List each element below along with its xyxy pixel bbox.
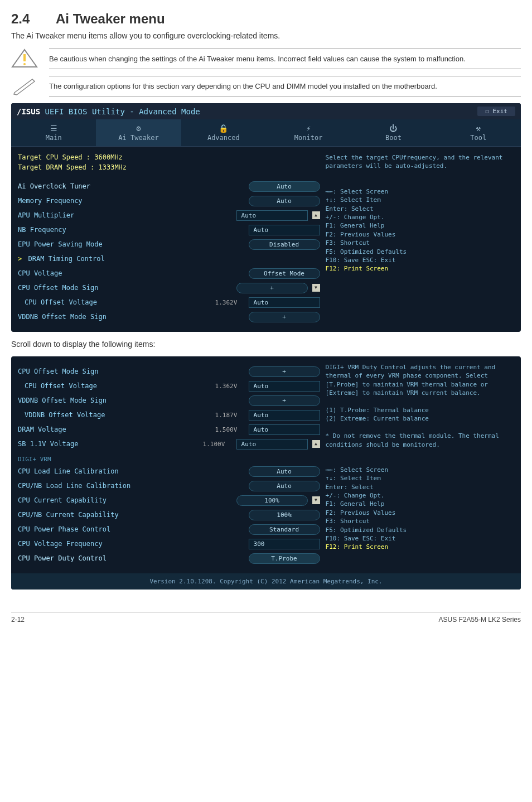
input-value[interactable]: Auto [249, 225, 320, 235]
setting-label: CPU Offset Mode Sign [18, 284, 203, 292]
setting-row: CPU/NB Current Capability100% [18, 509, 320, 521]
setting-row: CPU Offset Voltage1.362VAuto [18, 296, 320, 308]
setting-label: VDDNB Offset Voltage [18, 411, 215, 419]
setting-label: SB 1.1V Voltage [18, 440, 203, 448]
setting-label: CPU Power Duty Control [18, 554, 215, 562]
input-value[interactable]: Auto [236, 210, 308, 221]
setting-label: Ai Overclock Tuner [18, 182, 215, 190]
scroll-down-icon[interactable]: ▼ [312, 496, 320, 504]
bios-panel-1: /ISUS UEFI BIOS Utility - Advanced Mode … [11, 103, 521, 332]
setting-row: CPU Offset Mode Sign+▼ [18, 282, 320, 294]
scroll-down-icon[interactable]: ▼ [312, 284, 320, 292]
svg-point-2 [23, 63, 26, 65]
dropdown-value[interactable]: Auto [249, 196, 320, 206]
setting-label: VDDNB Offset Mode Sign [18, 313, 215, 321]
hotkey-list: →←: Select Screen↑↓: Select ItemEnter: S… [326, 466, 514, 552]
setting-row: Ai Overclock TunerAuto [18, 180, 320, 192]
setting-row: DRAM Voltage1.500VAuto [18, 423, 320, 436]
bios-panel-2: CPU Offset Mode Sign+CPU Offset Voltage1… [11, 356, 521, 590]
setting-label: > DRAM Timing Control [18, 255, 214, 263]
setting-row: CPU Power Duty ControlT.Probe [18, 552, 320, 564]
input-value[interactable]: Auto [249, 297, 320, 308]
input-value[interactable]: Auto [249, 424, 320, 435]
tab-icon: ⚒ [436, 124, 521, 133]
help-text: DIGI+ VRM Duty Control adjusts the curre… [326, 363, 514, 449]
hotkey-list: →←: Select Screen↑↓: Select ItemEnter: S… [326, 187, 514, 273]
dropdown-value[interactable]: + [236, 283, 308, 293]
tab-tool[interactable]: ⚒Tool [436, 119, 521, 146]
setting-label: CPU Offset Voltage [18, 382, 215, 390]
section-heading: 2.4Ai Tweaker menu [11, 11, 521, 27]
dropdown-value[interactable]: T.Probe [249, 553, 320, 564]
setting-label: CPU Power Phase Control [18, 525, 215, 533]
bios-version: Version 2.10.1208. Copyright (C) 2012 Am… [11, 573, 521, 590]
setting-label: CPU/NB Current Capability [18, 511, 215, 519]
setting-row: SB 1.1V Voltage1.100VAuto▲ [18, 438, 320, 450]
tab-advanced[interactable]: 🔒Advanced [181, 119, 266, 146]
setting-label: Memory Frequency [18, 197, 215, 205]
intro-text: The Ai Tweaker menu items allow you to c… [11, 31, 521, 40]
pencil-icon [11, 76, 38, 95]
scroll-up-icon[interactable]: ▲ [312, 211, 320, 219]
setting-row: CPU Offset Voltage1.362VAuto [18, 380, 320, 392]
section-header: DIGI+ VRM [18, 456, 320, 463]
tab-icon: ⚡ [266, 124, 351, 133]
setting-label: CPU/NB Load Line Calibration [18, 482, 215, 490]
setting-row: APU MultiplierAuto▲ [18, 209, 320, 221]
setting-row: CPU Voltage Frequency300 [18, 538, 320, 550]
dropdown-value[interactable]: + [249, 312, 320, 322]
warning-icon [11, 49, 38, 68]
setting-row: VDDNB Offset Mode Sign+ [18, 394, 320, 407]
exit-button[interactable]: ☐ Exit [477, 107, 515, 116]
tab-main[interactable]: ☰Main [11, 119, 96, 146]
warning-text: Be cautious when changing the settings o… [49, 49, 521, 69]
bios-title: /ISUS UEFI BIOS Utility - Advanced Mode [17, 107, 200, 116]
dropdown-value[interactable]: Disabled [249, 239, 320, 250]
dropdown-value[interactable]: 100% [249, 510, 320, 520]
dropdown-value[interactable]: + [249, 395, 320, 406]
dropdown-value[interactable]: Offset Mode [249, 268, 320, 279]
setting-row: > DRAM Timing Control [18, 253, 320, 265]
setting-label: CPU Voltage [18, 269, 215, 277]
setting-row: NB FrequencyAuto [18, 224, 320, 236]
tab-icon: ⏻ [351, 124, 436, 133]
setting-row: CPU/NB Load Line CalibrationAuto [18, 480, 320, 492]
target-info: Target CPU Speed : 3600MHz [18, 153, 320, 161]
setting-label: VDDNB Offset Mode Sign [18, 397, 215, 404]
setting-label: EPU Power Saving Mode [18, 240, 215, 248]
input-value[interactable]: Auto [236, 439, 308, 450]
setting-row: CPU Power Phase ControlStandard [18, 523, 320, 535]
setting-row: VDDNB Offset Voltage1.187VAuto [18, 409, 320, 421]
setting-row: CPU Load Line CalibrationAuto [18, 465, 320, 477]
scroll-up-icon[interactable]: ▲ [312, 440, 320, 448]
setting-row: CPU Offset Mode Sign+ [18, 365, 320, 378]
setting-label: APU Multiplier [18, 211, 203, 219]
tab-boot[interactable]: ⏻Boot [351, 119, 436, 146]
tab-icon: ⚙ [96, 124, 181, 133]
dropdown-value[interactable]: Standard [249, 524, 320, 535]
product-name: ASUS F2A55-M LK2 Series [439, 616, 521, 624]
setting-row: EPU Power Saving ModeDisabled [18, 238, 320, 250]
setting-label: DRAM Voltage [18, 426, 215, 433]
dropdown-value[interactable]: Auto [249, 466, 320, 477]
dropdown-value[interactable]: + [249, 366, 320, 377]
tab-icon: ☰ [11, 124, 96, 133]
setting-label: CPU Offset Voltage [18, 298, 215, 306]
dropdown-value[interactable]: Auto [249, 181, 320, 192]
setting-row: CPU Current Capability100%▼ [18, 494, 320, 506]
tab-icon: 🔒 [181, 124, 266, 133]
help-text: Select the target CPUfrequency, and the … [326, 153, 514, 171]
dropdown-value[interactable]: 100% [236, 495, 308, 506]
setting-label: NB Frequency [18, 226, 215, 234]
tab-monitor[interactable]: ⚡Monitor [266, 119, 351, 146]
tab-ai-tweaker[interactable]: ⚙Ai Tweaker [96, 119, 181, 146]
setting-label: CPU Offset Mode Sign [18, 368, 215, 375]
info-text: The configuration options for this secti… [49, 76, 521, 96]
dropdown-value[interactable]: Auto [249, 481, 320, 491]
setting-row: VDDNB Offset Mode Sign+ [18, 311, 320, 323]
input-value[interactable]: 300 [249, 539, 320, 549]
setting-label: CPU Voltage Frequency [18, 540, 215, 548]
setting-label: CPU Load Line Calibration [18, 467, 215, 475]
input-value[interactable]: Auto [249, 410, 320, 421]
input-value[interactable]: Auto [249, 381, 320, 392]
